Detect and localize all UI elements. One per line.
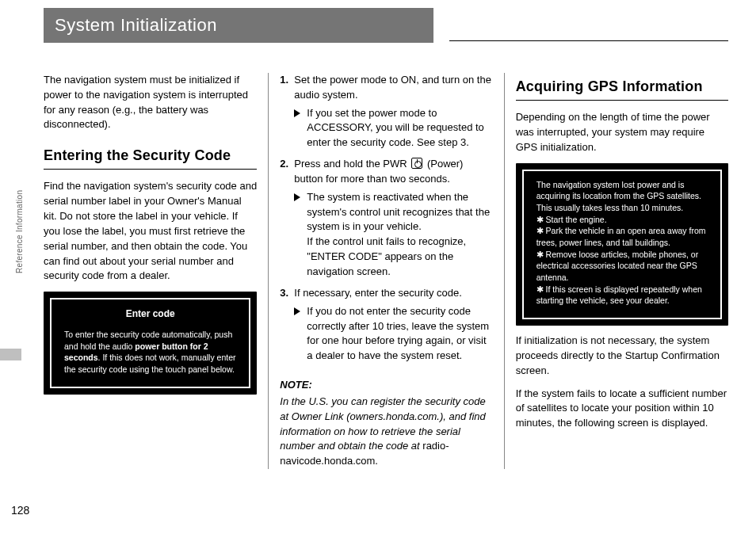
column-2: 1. Set the power mode to ON, and turn on… (268, 73, 492, 469)
step-2-sub: The system is reactivated when the syste… (294, 190, 492, 280)
power-icon (411, 158, 422, 169)
gps-para-2: If initialization is not necessary, the … (516, 334, 728, 379)
section-rule (44, 169, 257, 170)
section-rule (516, 100, 728, 101)
gps-para-3: If the system fails to locate a sufficie… (516, 387, 728, 432)
gps-para-1: Depending on the length of time the powe… (516, 110, 728, 155)
step-3-sub: If you do not enter the security code co… (294, 304, 492, 364)
column-3: Acquiring GPS Information Depending on t… (504, 73, 728, 469)
step-3: 3. If necessary, enter the security code… (280, 286, 492, 364)
note: NOTE: In the U.S. you can register the s… (280, 378, 492, 469)
page: Reference Information 128 System Initial… (0, 0, 756, 534)
entering-code-para: Find the navigation system's security co… (44, 179, 257, 284)
page-title: System Initialization (44, 8, 433, 43)
triangle-icon (294, 193, 300, 201)
screen-body: To enter the security code automatically… (64, 329, 236, 376)
header: System Initialization (44, 8, 728, 43)
header-rule (449, 6, 728, 41)
step-1: 1. Set the power mode to ON, and turn on… (280, 73, 492, 151)
side-tab: Reference Information (14, 190, 26, 273)
triangle-icon (294, 109, 300, 117)
page-number: 128 (11, 502, 29, 518)
section-entering-code: Entering the Security Code (44, 145, 257, 166)
section-acquiring-gps: Acquiring GPS Information (516, 76, 728, 97)
intro-text: The navigation system must be initialize… (44, 73, 257, 132)
screen-body: The navigation system lost power and is … (525, 174, 719, 315)
screen-title: Enter code (64, 307, 236, 321)
side-marker (0, 349, 21, 360)
step-2: 2. Press and hold the PWR (Power) button… (280, 157, 492, 280)
screen-enter-code: Enter code To enter the security code au… (44, 292, 257, 395)
columns: The navigation system must be initialize… (44, 73, 728, 469)
steps-list: 1. Set the power mode to ON, and turn on… (280, 73, 492, 364)
column-1: The navigation system must be initialize… (44, 73, 257, 469)
triangle-icon (294, 307, 300, 315)
screen-gps: The navigation system lost power and is … (516, 163, 728, 326)
step-1-sub: If you set the power mode to ACCESSORY, … (294, 106, 492, 151)
note-body: In the U.S. you can register the securit… (280, 395, 492, 469)
